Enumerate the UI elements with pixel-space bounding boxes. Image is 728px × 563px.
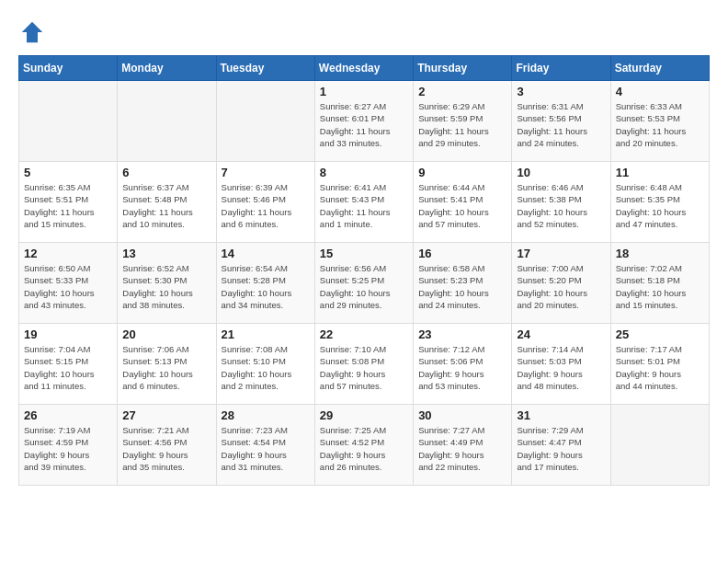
calendar-cell: 2Sunrise: 6:29 AM Sunset: 5:59 PM Daylig… (414, 81, 512, 162)
day-info: Sunrise: 6:52 AM Sunset: 5:30 PM Dayligh… (122, 262, 210, 311)
calendar-cell (216, 81, 314, 162)
day-number: 15 (320, 247, 408, 260)
day-info: Sunrise: 6:37 AM Sunset: 5:48 PM Dayligh… (122, 181, 210, 230)
calendar-week-3: 12Sunrise: 6:50 AM Sunset: 5:33 PM Dayli… (19, 243, 710, 324)
col-header-sunday: Sunday (19, 56, 118, 81)
calendar-cell: 11Sunrise: 6:48 AM Sunset: 5:35 PM Dayli… (610, 162, 709, 243)
calendar-cell: 25Sunrise: 7:17 AM Sunset: 5:01 PM Dayli… (610, 324, 709, 405)
calendar-cell: 10Sunrise: 6:46 AM Sunset: 5:38 PM Dayli… (512, 162, 610, 243)
col-header-tuesday: Tuesday (216, 56, 314, 81)
calendar-cell: 16Sunrise: 6:58 AM Sunset: 5:23 PM Dayli… (414, 243, 512, 324)
calendar-cell: 27Sunrise: 7:21 AM Sunset: 4:56 PM Dayli… (118, 405, 216, 486)
day-number: 19 (24, 327, 112, 341)
day-number: 7 (222, 166, 310, 179)
calendar-cell: 1Sunrise: 6:27 AM Sunset: 6:01 PM Daylig… (314, 81, 413, 162)
logo (18, 18, 51, 46)
day-number: 24 (517, 327, 605, 341)
day-info: Sunrise: 7:25 AM Sunset: 4:52 PM Dayligh… (320, 424, 408, 473)
day-info: Sunrise: 7:14 AM Sunset: 5:03 PM Dayligh… (517, 343, 605, 392)
calendar-cell: 14Sunrise: 6:54 AM Sunset: 5:28 PM Dayli… (216, 243, 314, 324)
day-info: Sunrise: 7:10 AM Sunset: 5:08 PM Dayligh… (320, 343, 408, 392)
day-info: Sunrise: 7:08 AM Sunset: 5:10 PM Dayligh… (222, 343, 310, 392)
calendar-cell: 7Sunrise: 6:39 AM Sunset: 5:46 PM Daylig… (216, 162, 314, 243)
day-number: 31 (517, 408, 605, 422)
day-info: Sunrise: 7:12 AM Sunset: 5:06 PM Dayligh… (418, 343, 506, 392)
calendar-cell: 5Sunrise: 6:35 AM Sunset: 5:51 PM Daylig… (19, 162, 118, 243)
calendar-week-2: 5Sunrise: 6:35 AM Sunset: 5:51 PM Daylig… (19, 162, 710, 243)
day-number: 11 (616, 166, 704, 179)
day-number: 26 (24, 408, 112, 422)
calendar-cell: 22Sunrise: 7:10 AM Sunset: 5:08 PM Dayli… (314, 324, 413, 405)
day-info: Sunrise: 6:56 AM Sunset: 5:25 PM Dayligh… (320, 262, 408, 311)
col-header-friday: Friday (512, 56, 610, 81)
col-header-monday: Monday (118, 56, 216, 81)
calendar-week-1: 1Sunrise: 6:27 AM Sunset: 6:01 PM Daylig… (19, 81, 710, 162)
day-info: Sunrise: 6:29 AM Sunset: 5:59 PM Dayligh… (418, 100, 506, 149)
day-info: Sunrise: 7:02 AM Sunset: 5:18 PM Dayligh… (616, 262, 704, 311)
calendar-cell (610, 405, 709, 486)
calendar-week-5: 26Sunrise: 7:19 AM Sunset: 4:59 PM Dayli… (19, 405, 710, 486)
day-number: 4 (616, 85, 704, 98)
calendar-cell: 28Sunrise: 7:23 AM Sunset: 4:54 PM Dayli… (216, 405, 314, 486)
day-info: Sunrise: 7:23 AM Sunset: 4:54 PM Dayligh… (222, 424, 310, 473)
day-number: 23 (418, 327, 506, 341)
day-info: Sunrise: 6:48 AM Sunset: 5:35 PM Dayligh… (616, 181, 704, 230)
calendar-cell: 23Sunrise: 7:12 AM Sunset: 5:06 PM Dayli… (414, 324, 512, 405)
calendar-week-4: 19Sunrise: 7:04 AM Sunset: 5:15 PM Dayli… (19, 324, 710, 405)
col-header-thursday: Thursday (414, 56, 512, 81)
calendar-cell: 12Sunrise: 6:50 AM Sunset: 5:33 PM Dayli… (19, 243, 118, 324)
day-info: Sunrise: 7:06 AM Sunset: 5:13 PM Dayligh… (122, 343, 210, 392)
day-info: Sunrise: 7:19 AM Sunset: 4:59 PM Dayligh… (24, 424, 112, 473)
day-info: Sunrise: 6:33 AM Sunset: 5:53 PM Dayligh… (616, 100, 704, 149)
calendar-cell: 21Sunrise: 7:08 AM Sunset: 5:10 PM Dayli… (216, 324, 314, 405)
calendar-cell: 20Sunrise: 7:06 AM Sunset: 5:13 PM Dayli… (118, 324, 216, 405)
calendar-cell (118, 81, 216, 162)
col-header-wednesday: Wednesday (314, 56, 413, 81)
calendar-cell: 29Sunrise: 7:25 AM Sunset: 4:52 PM Dayli… (314, 405, 413, 486)
day-number: 25 (616, 327, 704, 341)
day-info: Sunrise: 7:27 AM Sunset: 4:49 PM Dayligh… (418, 424, 506, 473)
calendar-header: SundayMondayTuesdayWednesdayThursdayFrid… (19, 56, 710, 81)
day-number: 21 (222, 327, 310, 341)
calendar-cell: 6Sunrise: 6:37 AM Sunset: 5:48 PM Daylig… (118, 162, 216, 243)
day-info: Sunrise: 6:50 AM Sunset: 5:33 PM Dayligh… (24, 262, 112, 311)
logo-icon (18, 18, 46, 46)
calendar-table: SundayMondayTuesdayWednesdayThursdayFrid… (18, 55, 710, 486)
day-number: 1 (320, 85, 408, 98)
day-info: Sunrise: 6:54 AM Sunset: 5:28 PM Dayligh… (222, 262, 310, 311)
day-info: Sunrise: 6:46 AM Sunset: 5:38 PM Dayligh… (517, 181, 605, 230)
day-info: Sunrise: 6:41 AM Sunset: 5:43 PM Dayligh… (320, 181, 408, 230)
day-info: Sunrise: 7:21 AM Sunset: 4:56 PM Dayligh… (122, 424, 210, 473)
day-number: 12 (24, 247, 112, 260)
calendar-cell: 30Sunrise: 7:27 AM Sunset: 4:49 PM Dayli… (414, 405, 512, 486)
day-number: 3 (517, 85, 605, 98)
svg-marker-0 (22, 22, 43, 43)
day-info: Sunrise: 7:04 AM Sunset: 5:15 PM Dayligh… (24, 343, 112, 392)
calendar-cell: 18Sunrise: 7:02 AM Sunset: 5:18 PM Dayli… (610, 243, 709, 324)
calendar-cell: 4Sunrise: 6:33 AM Sunset: 5:53 PM Daylig… (610, 81, 709, 162)
day-number: 8 (320, 166, 408, 179)
day-info: Sunrise: 7:29 AM Sunset: 4:47 PM Dayligh… (517, 424, 605, 473)
day-number: 18 (616, 247, 704, 260)
calendar-cell: 13Sunrise: 6:52 AM Sunset: 5:30 PM Dayli… (118, 243, 216, 324)
day-number: 5 (24, 166, 112, 179)
calendar-cell (19, 81, 118, 162)
day-info: Sunrise: 6:44 AM Sunset: 5:41 PM Dayligh… (418, 181, 506, 230)
day-info: Sunrise: 6:58 AM Sunset: 5:23 PM Dayligh… (418, 262, 506, 311)
calendar-cell: 19Sunrise: 7:04 AM Sunset: 5:15 PM Dayli… (19, 324, 118, 405)
day-number: 20 (122, 327, 210, 341)
day-number: 27 (122, 408, 210, 422)
page-header (18, 18, 710, 46)
day-number: 28 (222, 408, 310, 422)
day-info: Sunrise: 6:31 AM Sunset: 5:56 PM Dayligh… (517, 100, 605, 149)
day-number: 2 (418, 85, 506, 98)
day-info: Sunrise: 7:00 AM Sunset: 5:20 PM Dayligh… (517, 262, 605, 311)
calendar-cell: 17Sunrise: 7:00 AM Sunset: 5:20 PM Dayli… (512, 243, 610, 324)
day-number: 13 (122, 247, 210, 260)
col-header-saturday: Saturday (610, 56, 709, 81)
calendar-cell: 15Sunrise: 6:56 AM Sunset: 5:25 PM Dayli… (314, 243, 413, 324)
day-number: 22 (320, 327, 408, 341)
calendar-cell: 24Sunrise: 7:14 AM Sunset: 5:03 PM Dayli… (512, 324, 610, 405)
day-number: 16 (418, 247, 506, 260)
day-info: Sunrise: 6:35 AM Sunset: 5:51 PM Dayligh… (24, 181, 112, 230)
